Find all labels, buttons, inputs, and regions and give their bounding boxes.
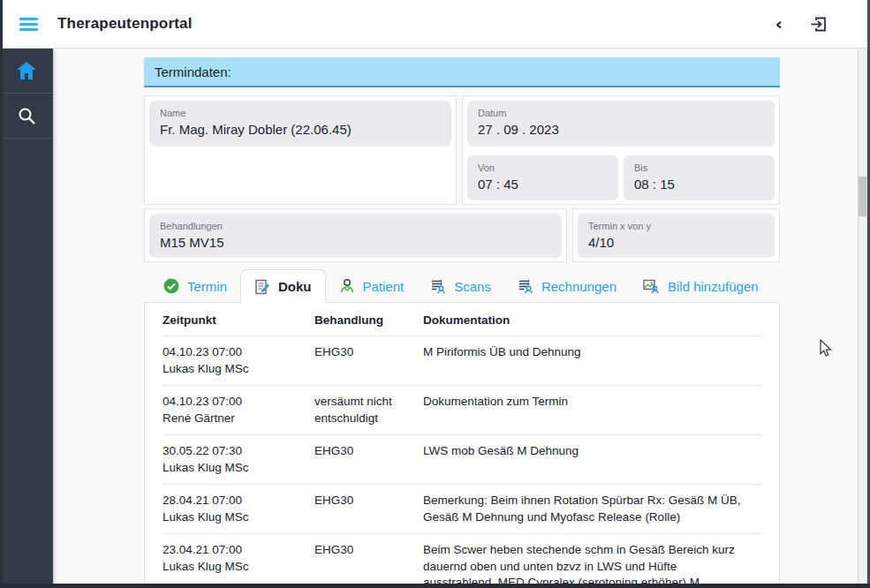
tab-bild-hinzufuegen-label: Bild hinzufügen: [668, 279, 759, 294]
main-content: Termindaten: Name Fr. Mag. Miray Dobler …: [144, 57, 780, 588]
tab-rechnungen[interactable]: Rechnungen: [504, 269, 630, 303]
von-field-label: Von: [478, 162, 608, 173]
termin-count-field[interactable]: Termin x von y 4/10: [578, 214, 775, 258]
row-person: Lukas Klug MSc: [163, 361, 304, 378]
termin-count-card: Termin x von y 4/10: [572, 208, 780, 262]
tab-termin[interactable]: Termin: [150, 269, 240, 303]
von-field-value: 07 : 45: [478, 177, 608, 192]
row-date: 28.04.21 07:00: [163, 493, 304, 509]
cell-zeitpunkt: 23.04.21 07:00 Lukas Klug MSc: [163, 534, 314, 588]
row-person: Lukas Klug MSc: [163, 460, 304, 477]
row-date: 23.04.21 07:00: [163, 542, 304, 559]
doku-table: Zeitpunkt Behandlung Dokumentation 04.10…: [144, 302, 780, 588]
von-field[interactable]: Von 07 : 45: [467, 155, 618, 200]
patient-date-row: Name Fr. Mag. Miray Dobler (22.06.45) Da…: [144, 95, 780, 205]
image-add-icon: [643, 278, 660, 294]
cell-behandlung: EHG30: [314, 336, 423, 385]
name-field[interactable]: Name Fr. Mag. Miray Dobler (22.06.45): [149, 101, 451, 147]
header-actions: ‹: [775, 15, 828, 34]
cell-zeitpunkt: 30.05.22 07:30 Lukas Klug MSc: [163, 435, 314, 484]
bis-field-value: 08 : 15: [634, 177, 764, 192]
vertical-scrollbar[interactable]: [858, 49, 867, 584]
cell-dokumentation: M Piriformis ÜB und Dehnung: [423, 336, 761, 385]
table-row[interactable]: 30.05.22 07:30 Lukas Klug MSc EHG30 LWS …: [163, 435, 761, 485]
tab-doku-label: Doku: [278, 279, 312, 294]
cell-behandlung: EHG30: [314, 435, 423, 484]
app-header: Therapeutenportal ‹: [0, 0, 870, 49]
person-icon: [339, 278, 355, 294]
table-row[interactable]: 23.04.21 07:00 Lukas Klug MSc EHG30 Beim…: [163, 534, 761, 588]
bis-field-label: Bis: [634, 162, 764, 173]
datetime-card: Datum 27 . 09 . 2023 Von 07 : 45 Bis 08 …: [462, 95, 780, 205]
tab-rechnungen-label: Rechnungen: [541, 279, 617, 294]
home-icon: [16, 61, 37, 80]
tab-patient[interactable]: Patient: [326, 269, 418, 303]
cell-zeitpunkt: 04.10.23 07:00 Lukas Klug MSc: [163, 336, 314, 385]
cell-behandlung: EHG30: [314, 534, 423, 588]
name-field-value: Fr. Mag. Miray Dobler (22.06.45): [160, 122, 441, 137]
column-header-dokumentation: Dokumentation: [423, 303, 761, 335]
cell-dokumentation: LWS mob Gesäß M Dehnung: [423, 435, 761, 484]
cell-behandlung: versäumt nicht entschuldigt: [314, 386, 423, 434]
cell-dokumentation: Dokumentation zum Termin: [423, 386, 761, 434]
row-date: 04.10.23 07:00: [163, 344, 304, 361]
sidebar-item-search[interactable]: [0, 94, 53, 139]
row-date: 30.05.22 07:30: [163, 443, 304, 460]
table-row[interactable]: 04.10.23 07:00 René Gärtner versäumt nic…: [163, 386, 761, 435]
logout-icon[interactable]: [809, 15, 828, 34]
datum-field-label: Datum: [478, 108, 764, 118]
table-row[interactable]: 04.10.23 07:00 Lukas Klug MSc EHG30 M Pi…: [163, 336, 761, 386]
datum-field-value: 27 . 09 . 2023: [478, 122, 764, 137]
row-person: René Gärtner: [163, 411, 304, 427]
bis-field[interactable]: Bis 08 : 15: [624, 155, 775, 200]
tab-patient-label: Patient: [363, 279, 405, 294]
tab-scans-label: Scans: [454, 279, 491, 294]
table-header-row: Zeitpunkt Behandlung Dokumentation: [163, 303, 761, 336]
behandlungen-card: Behandlungen M15 MV15: [144, 208, 567, 262]
table-row[interactable]: 28.04.21 07:00 Lukas Klug MSc EHG30 Beme…: [163, 485, 761, 534]
cell-dokumentation: Bemerkung: Beim ihnen Rotation Spürbar R…: [423, 485, 761, 533]
document-edit-icon: [254, 279, 270, 295]
check-circle-icon: [163, 278, 179, 294]
datum-field[interactable]: Datum 27 . 09 . 2023: [467, 101, 775, 147]
row-person: Lukas Klug MSc: [163, 509, 304, 526]
tab-doku[interactable]: Doku: [240, 269, 326, 303]
menu-hamburger-icon[interactable]: [19, 15, 38, 34]
tab-scans[interactable]: Scans: [417, 269, 504, 303]
window-frame-bottom: [0, 584, 870, 588]
chevron-left-icon[interactable]: ‹: [775, 15, 783, 33]
document-person-icon: [518, 278, 533, 294]
termindaten-header: Termindaten:: [144, 57, 780, 87]
vonbis-row: Von 07 : 45 Bis 08 : 15: [467, 155, 775, 200]
cell-behandlung: EHG30: [314, 485, 423, 533]
window-frame-left: [0, 0, 3, 588]
termin-count-field-value: 4/10: [588, 235, 764, 250]
tab-bar: Termin Doku Patient: [144, 269, 780, 303]
column-header-zeitpunkt: Zeitpunkt: [163, 303, 314, 335]
behandlungen-field[interactable]: Behandlungen M15 MV15: [149, 214, 562, 258]
cell-dokumentation: Beim Scwer heben stechende schm in Gesäß…: [423, 534, 761, 588]
name-field-label: Name: [160, 108, 441, 118]
behandlungen-row: Behandlungen M15 MV15 Termin x von y 4/1…: [144, 208, 780, 262]
cell-zeitpunkt: 04.10.23 07:00 René Gärtner: [163, 386, 314, 434]
cell-zeitpunkt: 28.04.21 07:00 Lukas Klug MSc: [163, 485, 314, 533]
row-person: Lukas Klug MSc: [163, 559, 304, 576]
column-header-behandlung: Behandlung: [314, 303, 423, 335]
row-date: 04.10.23 07:00: [163, 394, 304, 411]
name-card: Name Fr. Mag. Miray Dobler (22.06.45): [144, 95, 457, 205]
scrollbar-thumb[interactable]: [859, 177, 866, 216]
termin-count-field-label: Termin x von y: [588, 221, 764, 231]
page-title: Therapeutenportal: [57, 15, 193, 33]
behandlungen-field-value: M15 MV15: [160, 235, 551, 250]
tab-bild-hinzufuegen[interactable]: Bild hinzufügen: [630, 269, 772, 303]
document-person-icon: [430, 278, 446, 294]
behandlungen-field-label: Behandlungen: [160, 221, 551, 231]
sidebar: [0, 49, 53, 588]
search-icon: [17, 106, 36, 125]
tab-termin-label: Termin: [187, 279, 227, 294]
sidebar-item-home[interactable]: [0, 49, 53, 94]
mouse-cursor: [820, 339, 834, 358]
